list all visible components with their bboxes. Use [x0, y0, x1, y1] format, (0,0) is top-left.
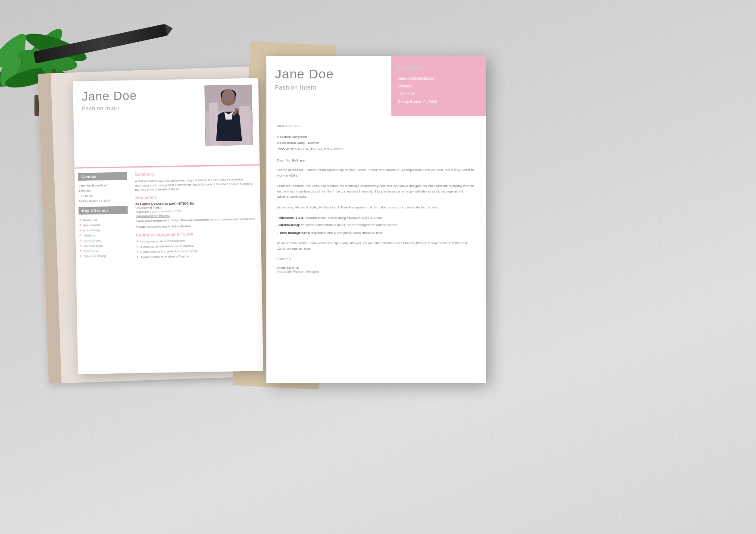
key-item-8: Defensive Driving — [79, 254, 128, 258]
resume-photo — [204, 85, 253, 146]
campus-item-2: 3 years sustainable fashion week volunte… — [136, 243, 257, 248]
cl-contact-linkedin: LinkedIn — [398, 84, 480, 88]
resume-body: Contact Jane.doe@gmail.com LinkedIn 123 … — [75, 165, 263, 374]
cl-paragraph-4: At your convenience, I look forward to s… — [277, 241, 475, 251]
contact-phone: 123 55 00 — [78, 194, 128, 198]
cl-paragraph-2: From the research I've done, I appreciat… — [277, 183, 475, 199]
key-item-7: Ecommerce — [79, 248, 128, 253]
cl-paragraph-1: I came across the Fashion Intern opportu… — [277, 168, 475, 178]
cl-contact-header: Contact — [398, 65, 480, 71]
modules-text: Supply chain management, Fashion Busines… — [136, 217, 256, 224]
key-item-5: Microsoft Word — [79, 238, 128, 242]
svg-point-18 — [229, 97, 234, 100]
cl-salutation: Dear Ms. Bethany, — [277, 158, 475, 162]
campus-item-3: 2 years tutoring 12th grade Fashion & Te… — [136, 248, 257, 254]
cl-contact-address: Delray Beach, FL 3348 — [398, 99, 480, 104]
resume-photo-figure — [204, 85, 253, 146]
key-item-4: Prioritizing — [79, 233, 128, 237]
cl-contact-email: Jane.doe@gmail.com — [398, 76, 480, 81]
cl-name: Jane Doe — [275, 67, 383, 81]
cl-recipient-line1: Resident Storyteller — [277, 135, 307, 139]
svg-point-17 — [224, 97, 229, 100]
key-item-1: Dean's List — [79, 217, 128, 222]
cl-sign-name: Annie Summer — [277, 266, 475, 270]
education-title: Education — [135, 193, 256, 200]
contact-header: Contact — [78, 172, 127, 181]
cl-title: Fashion Intern — [275, 84, 383, 91]
cl-closing: Sincerely, — [277, 257, 475, 262]
resume-header: Jane Doe Fashion Intern — [73, 78, 259, 167]
cover-letter-document: Jane Doe Fashion Intern Contact Jane.doe… — [266, 56, 486, 383]
resume-right-column: Summary Ambitious and hardworking fashio… — [131, 165, 263, 373]
cl-skill-2: • Multitasking: complete administrative … — [277, 223, 475, 228]
cl-skill-1: • Microsoft Suite: created stock reports… — [277, 215, 475, 220]
key-item-3: Multi-Tasking — [79, 228, 128, 232]
cl-header: Jane Doe Fashion Intern Contact Jane.doe… — [266, 56, 486, 116]
cl-paragraph-3: In this way, Microsoft Suite, Multitaski… — [277, 205, 475, 210]
cl-skill-3: • Time management: respected time & comp… — [277, 230, 475, 236]
cl-name-section: Jane Doe Fashion Intern — [266, 56, 391, 116]
summary-title: Summary — [135, 170, 256, 177]
resume-left-column: Contact Jane.doe@gmail.com LinkedIn 123 … — [75, 168, 134, 374]
cl-recipient-line3: 1955 W 35th Avenue, Denver, CO — 80211 — [277, 147, 344, 151]
cl-sign-title: Associate Fashion Designer — [277, 270, 475, 273]
cl-recipient: Resident Storyteller A&Bé Bridal Shop - … — [277, 134, 475, 152]
cl-contact-section: Contact Jane.doe@gmail.com LinkedIn 123 … — [391, 56, 486, 116]
contact-address: Delray Beach, FL 3348 — [78, 199, 128, 203]
cl-date: March 30, 2021 — [277, 124, 475, 128]
summary-text: Ambitious and hardworking fashion intern… — [135, 177, 256, 192]
contact-email: Jane.doe@gmail.com — [78, 183, 127, 187]
contact-linkedin: LinkedIn — [78, 189, 127, 192]
campus-title: Campus engagement / work — [136, 230, 256, 237]
key-item-6: Microsoft Excel — [79, 243, 128, 248]
resume-document: Jane Doe Fashion Intern — [73, 78, 263, 374]
cl-body: March 30, 2021 Resident Storyteller A&Bé… — [266, 116, 486, 281]
key-offerings-header: Key Offerings — [78, 206, 128, 215]
key-item-2: Quick adaptor — [79, 223, 128, 227]
cl-skills-list: • Microsoft Suite: created stock reports… — [277, 215, 475, 236]
campus-list: Undergraduate student ambassador 3 years… — [136, 238, 257, 259]
campus-item-4: 4 years delivery truck driver at Amazon — [136, 253, 257, 259]
campus-item-1: Undergraduate student ambassador — [136, 238, 257, 243]
cl-contact-phone: 123 55 00 — [398, 92, 480, 96]
project-text: Project: sustainable supply chain in Fas… — [136, 223, 256, 229]
cl-recipient-line2: A&Bé Bridal Shop - Denver — [277, 141, 319, 145]
